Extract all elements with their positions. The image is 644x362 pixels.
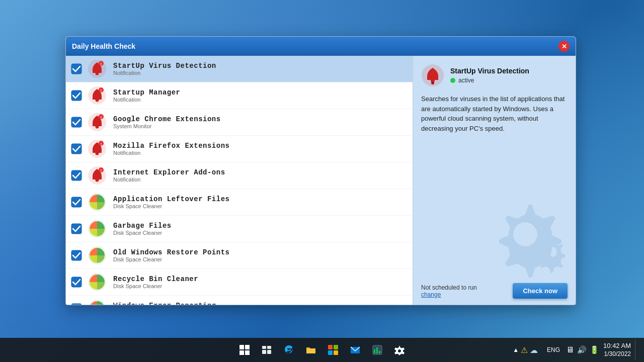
item-text-area: Old Windows Restore Points Disk Space Cl… [113,248,408,262]
list-item[interactable]: ! Internet Explorer Add-ons Notification [66,162,413,189]
detail-icon [421,64,444,87]
item-checkbox[interactable] [71,197,82,208]
svg-point-14 [96,125,99,129]
item-icon [87,219,107,239]
clock-time: 10:42 AM [603,342,631,350]
item-text-area: Internet Explorer Add-ons Notification [113,168,408,183]
item-checkbox[interactable] [71,303,82,305]
item-checkbox[interactable] [71,90,82,101]
svg-text:!: ! [101,169,102,172]
item-title: Google Chrome Extensions [113,115,408,123]
svg-rect-62 [376,347,378,353]
svg-rect-57 [328,350,333,355]
schedule-info: Not scheduled to run change [421,284,477,298]
svg-rect-54 [267,350,271,354]
item-icon: ! [87,59,107,79]
svg-rect-48 [245,345,250,349]
item-icon [87,272,107,292]
item-text-area: Application Leftover Files Disk Space Cl… [113,195,408,209]
svg-rect-63 [379,351,380,353]
item-icon [87,192,107,212]
clock[interactable]: 10:42 AM 1/30/2022 [603,342,631,358]
detail-title: StartUp Virus Detection [450,67,529,75]
list-item[interactable]: Old Windows Restore Points Disk Space Cl… [66,242,413,269]
settings-button[interactable] [389,340,410,360]
item-checkbox[interactable] [71,170,82,181]
item-checkbox[interactable] [71,143,82,154]
gear-decoration [480,187,571,280]
windows-start-button[interactable] [234,340,255,360]
chevron-up-icon: ▲ [513,346,519,353]
show-desktop-button[interactable] [635,340,638,360]
notification-area[interactable]: ▲ ⚠ ☁ [510,340,541,360]
item-subtitle: Notification [113,70,408,76]
svg-point-8 [96,99,99,102]
item-text-area: Mozilla Firefox Extensions Notification [113,142,408,156]
item-subtitle: Notification [113,97,408,103]
monitor-icon: 🖥 [566,345,574,354]
svg-rect-49 [239,350,244,355]
edge-browser-button[interactable] [279,340,299,360]
dialog-titlebar: Daily Health Check ✕ [66,37,576,56]
list-item[interactable]: ! Mozilla Firefox Extensions Notificatio… [66,136,413,162]
task-view-button[interactable] [257,340,277,360]
item-title: Internet Explorer Add-ons [113,168,408,176]
item-title: Mozilla Firefox Extensions [113,142,408,150]
svg-point-26 [96,178,99,182]
item-subtitle: System Monitor [113,123,408,129]
item-subtitle: Disk Space Cleaner [113,256,408,262]
detail-status: active [450,77,529,84]
list-item[interactable]: ! StartUp Virus Detection Notification [66,56,413,82]
dialog-close-button[interactable]: ✕ [558,41,570,52]
list-item[interactable]: Recycle Bin Cleaner Disk Space Cleaner [66,269,413,296]
file-explorer-button[interactable] [301,340,321,360]
mail-button[interactable] [345,340,365,360]
item-subtitle: Disk Space Cleaner [113,203,408,209]
items-list-panel: ! StartUp Virus Detection Notification !… [66,56,413,305]
item-text-area: Startup Manager Notification [113,88,408,103]
item-checkbox[interactable] [71,223,82,234]
item-checkbox[interactable] [71,250,82,261]
taskbar: ▲ ⚠ ☁ ENG 🖥 🔊 🔋 10:42 AM 1/30/2022 [0,338,644,362]
item-text-area: StartUp Virus Detection Notification [113,62,408,76]
items-scroll-container[interactable]: ! StartUp Virus Detection Notification !… [66,56,413,305]
task-manager-button[interactable] [367,340,387,360]
item-icon: ! [87,112,107,132]
microsoft-store-button[interactable] [323,340,343,360]
language-indicator[interactable]: ENG [545,346,562,353]
item-subtitle: Notification [113,150,408,156]
item-checkbox[interactable] [71,63,82,74]
status-dot [450,78,455,83]
item-text-area: Recycle Bin Cleaner Disk Space Cleaner [113,275,408,289]
dialog-body: ! StartUp Virus Detection Notification !… [66,56,576,305]
item-title: Garbage Files [113,222,408,230]
item-icon [87,299,107,305]
change-schedule-link[interactable]: change [421,291,441,298]
list-item[interactable]: Application Leftover Files Disk Space Cl… [66,189,413,216]
item-checkbox[interactable] [71,277,82,288]
taskbar-center [234,340,410,360]
taskbar-right: ▲ ⚠ ☁ ENG 🖥 🔊 🔋 10:42 AM 1/30/2022 [510,340,644,360]
item-icon [87,245,107,265]
list-item[interactable]: Windows Error Reporting Disk Space Clean… [66,296,413,305]
svg-rect-52 [267,346,271,349]
detail-description: Searches for viruses in the list of appl… [421,94,568,133]
svg-rect-38 [71,304,82,305]
item-subtitle: Disk Space Cleaner [113,283,408,289]
detail-footer: Not scheduled to run change Check now [421,283,568,299]
check-now-button[interactable]: Check now [513,283,568,299]
item-icon: ! [87,85,107,106]
item-text-area: Google Chrome Extensions System Monitor [113,115,408,129]
svg-rect-53 [262,350,266,354]
item-title: Application Leftover Files [113,195,408,203]
battery-icon: 🔋 [590,345,599,354]
svg-rect-51 [262,346,266,349]
list-item[interactable]: ! Google Chrome Extensions System Monito… [66,109,413,136]
item-title: Startup Manager [113,88,408,97]
item-icon: ! [87,139,107,159]
dialog-title: Daily Health Check [72,42,135,50]
svg-rect-50 [245,350,250,355]
list-item[interactable]: Garbage Files Disk Space Cleaner [66,216,413,242]
list-item[interactable]: ! Startup Manager Notification [66,82,413,109]
item-checkbox[interactable] [71,117,82,128]
